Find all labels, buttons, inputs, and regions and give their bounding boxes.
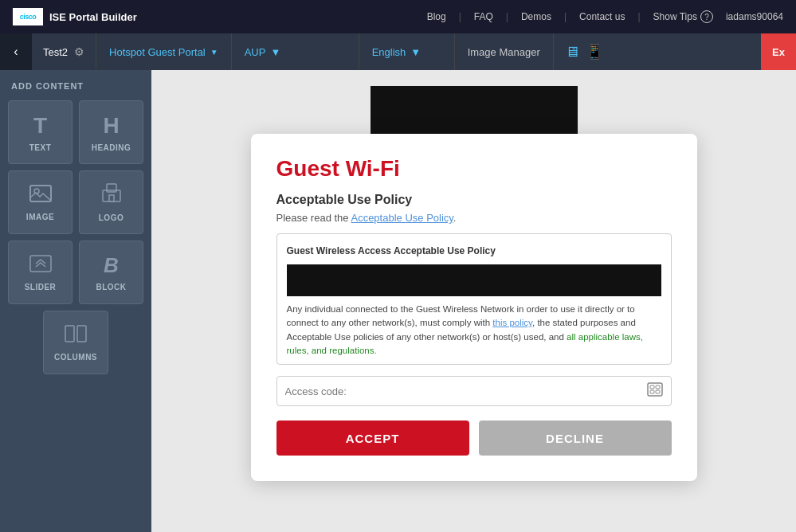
logo-icon bbox=[101, 182, 122, 209]
language-dropdown-arrow: ▼ bbox=[410, 46, 421, 58]
toolbar: ‹ Test2 ⚙ Hotspot Guest Portal ▼ AUP ▼ E… bbox=[0, 33, 796, 70]
show-tips-button[interactable]: Show Tips ? bbox=[653, 10, 713, 23]
image-label: IMAGE bbox=[26, 213, 54, 221]
desktop-view-icon[interactable]: 🖥 bbox=[565, 44, 579, 61]
exit-button[interactable]: Ex bbox=[761, 33, 796, 70]
modal-description: Please read the Acceptable Use Policy. bbox=[276, 212, 672, 224]
project-name-section: Test2 ⚙ bbox=[32, 33, 96, 70]
view-icons: 🖥 📱 bbox=[554, 33, 614, 70]
image-icon bbox=[29, 183, 52, 208]
content-grid: T TEXT H HEADING IMAGE bbox=[8, 100, 143, 374]
add-columns-item[interactable]: COLUMNS bbox=[43, 311, 108, 374]
svg-rect-6 bbox=[65, 326, 74, 342]
modal-buttons: ACCEPT DECLINE bbox=[276, 421, 672, 456]
mobile-view-icon[interactable]: 📱 bbox=[586, 43, 603, 61]
app-title: ISE Portal Builder bbox=[49, 11, 137, 23]
svg-rect-9 bbox=[650, 385, 654, 389]
block-label: BLOCK bbox=[96, 283, 126, 291]
text-label: TEXT bbox=[29, 143, 52, 152]
aup-link[interactable]: Acceptable Use Policy bbox=[351, 212, 453, 224]
svg-rect-12 bbox=[656, 390, 660, 393]
portal-dropdown[interactable]: Hotspot Guest Portal ▼ bbox=[96, 33, 232, 70]
main-area: ADD CONTENT T TEXT H HEADING IMAGE bbox=[0, 70, 796, 532]
heading-label: HEADING bbox=[92, 143, 131, 152]
policy-paragraph-1: Any individual connected to the Guest Wi… bbox=[287, 303, 661, 358]
add-heading-item[interactable]: H HEADING bbox=[79, 100, 143, 164]
top-nav-links: Blog | FAQ | Demos | Contact us | Show T… bbox=[427, 10, 783, 23]
policy-box-title: Guest Wireless Access Acceptable Use Pol… bbox=[287, 244, 661, 258]
access-code-icon bbox=[647, 382, 663, 400]
access-code-wrapper bbox=[276, 376, 672, 406]
svg-rect-11 bbox=[650, 390, 654, 393]
add-block-item[interactable]: B BLOCK bbox=[79, 241, 143, 304]
add-slider-item[interactable]: SLIDER bbox=[8, 241, 73, 304]
portal-label: Hotspot Guest Portal bbox=[109, 46, 206, 58]
modal-subtitle: Acceptable Use Policy bbox=[276, 193, 672, 207]
image-manager-button[interactable]: Image Manager bbox=[455, 33, 554, 70]
sidebar: ADD CONTENT T TEXT H HEADING IMAGE bbox=[0, 70, 151, 532]
settings-gear-icon[interactable]: ⚙ bbox=[74, 45, 84, 58]
slider-label: SLIDER bbox=[25, 283, 57, 291]
policy-box[interactable]: Guest Wireless Access Acceptable Use Pol… bbox=[276, 233, 672, 365]
page-dropdown-arrow: ▼ bbox=[270, 46, 280, 58]
columns-label: COLUMNS bbox=[54, 353, 97, 362]
faq-link[interactable]: FAQ bbox=[474, 11, 493, 22]
top-navigation: cisco ISE Portal Builder Blog | FAQ | De… bbox=[0, 0, 796, 33]
slider-icon bbox=[29, 253, 52, 278]
contact-link[interactable]: Contact us bbox=[579, 11, 625, 22]
heading-icon: H bbox=[103, 113, 119, 139]
blog-link[interactable]: Blog bbox=[427, 11, 446, 22]
demos-link[interactable]: Demos bbox=[521, 11, 551, 22]
page-dropdown[interactable]: AUP ▼ bbox=[232, 33, 359, 70]
sidebar-title: ADD CONTENT bbox=[8, 81, 143, 91]
columns-icon bbox=[65, 323, 87, 348]
svg-rect-10 bbox=[656, 385, 660, 389]
svg-rect-0 bbox=[30, 186, 51, 201]
page-label: AUP bbox=[245, 46, 266, 58]
back-button[interactable]: ‹ bbox=[0, 33, 32, 70]
language-label: English bbox=[372, 46, 406, 58]
canvas: Guest Wi-Fi Acceptable Use Policy Please… bbox=[151, 70, 796, 532]
svg-rect-7 bbox=[77, 326, 86, 342]
add-text-item[interactable]: T TEXT bbox=[8, 100, 73, 164]
help-icon: ? bbox=[700, 10, 713, 23]
logo-label: LOGO bbox=[99, 213, 124, 222]
language-dropdown[interactable]: English ▼ bbox=[359, 33, 455, 70]
portal-dropdown-arrow: ▼ bbox=[210, 48, 218, 57]
policy-redacted-bar bbox=[287, 264, 661, 296]
text-icon: T bbox=[33, 113, 47, 139]
block-icon: B bbox=[104, 253, 119, 278]
svg-rect-4 bbox=[109, 195, 114, 201]
svg-rect-8 bbox=[648, 383, 662, 396]
cisco-logo: cisco ISE Portal Builder bbox=[13, 8, 137, 25]
decline-button[interactable]: DECLINE bbox=[479, 421, 672, 456]
svg-rect-5 bbox=[30, 256, 51, 272]
add-image-item[interactable]: IMAGE bbox=[8, 170, 73, 234]
add-logo-item[interactable]: LOGO bbox=[79, 170, 143, 234]
accept-button[interactable]: ACCEPT bbox=[276, 421, 469, 456]
cisco-logo-mark: cisco bbox=[13, 8, 43, 25]
access-code-input[interactable] bbox=[285, 385, 647, 397]
aup-modal-card: Guest Wi-Fi Acceptable Use Policy Please… bbox=[251, 134, 697, 481]
project-name: Test2 bbox=[43, 46, 68, 58]
modal-title: Guest Wi-Fi bbox=[276, 156, 672, 182]
user-label: iadams90064 bbox=[726, 11, 783, 22]
